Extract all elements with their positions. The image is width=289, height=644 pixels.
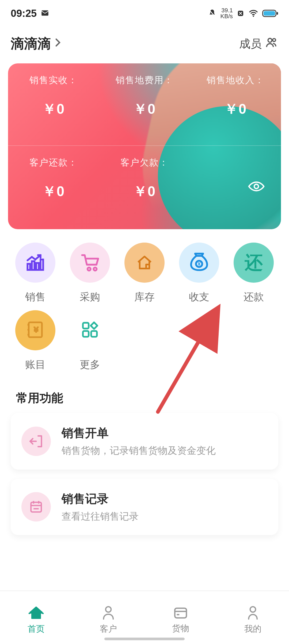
store-name: 滴滴滴 — [11, 35, 51, 53]
summary-sales-cost[interactable]: 销售地费用： ￥0 — [99, 63, 190, 145]
network-speed: 39.1KB/s — [220, 7, 233, 19]
nav-label: 客户 — [100, 623, 117, 635]
summary-value: ￥0 — [42, 182, 65, 201]
goods-icon — [173, 605, 188, 621]
card-icon — [21, 427, 51, 456]
svg-rect-23 — [31, 502, 41, 512]
section-title-common: 常用功能 — [0, 382, 289, 413]
summary-sales-received[interactable]: 销售实收： ￥0 — [8, 63, 99, 145]
summary-card: 销售实收： ￥0 销售地费用： ￥0 销售地收入： ￥0 客户还款： ￥0 客户… — [8, 63, 281, 229]
card-sale-record[interactable]: 销售记录 查看过往销售记录 — [11, 479, 278, 535]
nav-label: 我的 — [244, 623, 261, 635]
svg-point-26 — [250, 607, 256, 612]
chart-up-icon — [25, 252, 46, 274]
svg-text:¥: ¥ — [198, 261, 201, 267]
svg-rect-10 — [32, 261, 35, 270]
store-selector[interactable]: 滴滴滴 — [11, 35, 62, 53]
svg-rect-22 — [91, 331, 97, 337]
repay-glyph-icon: 还 — [245, 251, 263, 275]
svg-point-2 — [253, 16, 254, 17]
svg-rect-5 — [277, 12, 278, 15]
card-subtitle: 销售货物，记录销售货物及资金变化 — [62, 444, 216, 457]
svg-point-7 — [273, 39, 276, 41]
action-label: 销售 — [25, 290, 45, 304]
svg-point-14 — [94, 267, 97, 270]
action-label: 还款 — [244, 290, 264, 304]
svg-point-8 — [254, 184, 258, 189]
summary-label: 销售地费用： — [116, 74, 173, 86]
bottom-nav: 首页 客户 货物 我的 — [0, 591, 289, 644]
eye-icon — [248, 181, 265, 192]
nav-goods[interactable]: 货物 — [144, 591, 217, 644]
battery-icon — [262, 9, 278, 17]
grid-icon — [80, 320, 100, 341]
summary-value: ￥0 — [42, 100, 65, 118]
action-ledger[interactable]: ¥ 账目 — [8, 310, 63, 371]
nav-label: 货物 — [172, 623, 189, 634]
svg-rect-0 — [41, 10, 48, 16]
svg-rect-11 — [36, 263, 39, 270]
home-icon — [28, 605, 44, 622]
card-open-sale[interactable]: 销售开单 销售货物，记录销售货物及资金变化 — [11, 413, 278, 470]
card-title: 销售开单 — [62, 425, 216, 441]
action-label: 采购 — [80, 290, 100, 304]
message-icon — [40, 9, 50, 18]
summary-label: 销售实收： — [29, 74, 78, 86]
summary-sales-income[interactable]: 销售地收入： ￥0 — [190, 63, 281, 145]
action-icon-wrap — [124, 243, 165, 283]
status-bar: 09:25 39.1KB/s — [0, 0, 289, 24]
summary-customer-repay[interactable]: 客户还款： ￥0 — [8, 146, 99, 229]
summary-label: 销售地收入： — [207, 74, 264, 86]
svg-rect-15 — [146, 264, 149, 269]
chevron-right-icon — [54, 37, 62, 51]
summary-value: ￥0 — [133, 100, 156, 118]
members-icon — [265, 36, 278, 52]
action-label: 更多 — [80, 358, 100, 371]
svg-point-6 — [268, 38, 272, 42]
action-stock[interactable]: 库存 — [117, 243, 172, 304]
svg-rect-25 — [175, 608, 187, 618]
cart-icon — [79, 252, 100, 274]
members-button[interactable]: 成员 — [239, 36, 278, 52]
svg-text:¥: ¥ — [34, 325, 38, 334]
summary-customer-debt[interactable]: 客户欠款： ￥0 — [99, 146, 190, 229]
summary-value: ￥0 — [133, 182, 156, 201]
home-indicator — [104, 638, 185, 640]
card-subtitle: 查看过往销售记录 — [62, 510, 139, 523]
action-icon-wrap: ¥ — [179, 243, 219, 283]
svg-rect-9 — [28, 264, 30, 270]
ledger-icon: ¥ — [25, 320, 45, 341]
action-more[interactable]: 更多 — [63, 310, 117, 371]
action-finance[interactable]: ¥ 收支 — [172, 243, 226, 304]
action-label: 库存 — [134, 290, 155, 304]
page-header: 滴滴滴 成员 — [0, 24, 289, 58]
action-label: 收支 — [189, 290, 209, 304]
action-purchase[interactable]: 采购 — [63, 243, 117, 304]
nav-home[interactable]: 首页 — [0, 591, 72, 644]
members-label: 成员 — [239, 36, 262, 51]
action-label: 账目 — [25, 358, 45, 371]
action-sales[interactable]: 销售 — [8, 243, 63, 304]
wifi-icon — [248, 9, 258, 17]
nav-label: 首页 — [28, 623, 45, 635]
svg-point-24 — [106, 607, 111, 612]
svg-rect-20 — [83, 323, 89, 329]
nav-customer[interactable]: 客户 — [72, 591, 144, 644]
action-icon-wrap: ¥ — [15, 310, 55, 350]
svg-rect-21 — [83, 331, 89, 337]
house-icon — [135, 252, 154, 273]
visibility-toggle[interactable] — [248, 181, 265, 193]
action-grid: 销售 采购 库存¥ 收支还 还款¥ 账目 更多 — [0, 240, 289, 382]
summary-label: 客户还款： — [29, 156, 78, 169]
nav-mine[interactable]: 我的 — [217, 591, 289, 644]
customer-icon — [101, 605, 116, 622]
action-icon-wrap — [70, 310, 110, 350]
sim-icon — [237, 9, 245, 17]
card-title: 销售记录 — [62, 491, 139, 507]
action-icon-wrap — [15, 243, 55, 283]
svg-rect-4 — [264, 11, 275, 16]
action-repay[interactable]: 还 还款 — [226, 243, 281, 304]
svg-point-13 — [88, 267, 90, 270]
summary-label: 客户欠款： — [120, 156, 169, 169]
card-icon — [21, 492, 51, 522]
